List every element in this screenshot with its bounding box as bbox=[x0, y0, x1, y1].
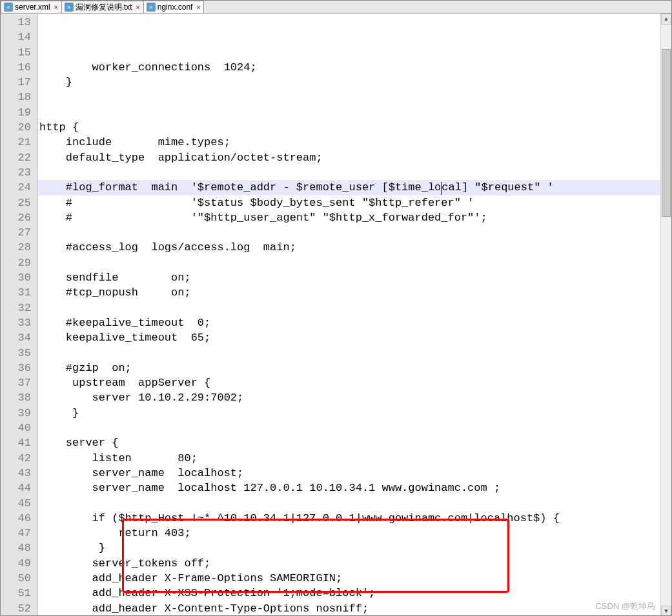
code-line[interactable] bbox=[38, 165, 660, 180]
line-number: 45 bbox=[1, 496, 37, 511]
line-number: 26 bbox=[1, 210, 37, 225]
line-number: 23 bbox=[1, 165, 37, 180]
code-line[interactable] bbox=[38, 105, 660, 120]
line-number: 47 bbox=[1, 526, 37, 541]
code-line[interactable]: include mime.types; bbox=[38, 135, 660, 150]
tab-label: 漏洞修复说明.txt bbox=[76, 2, 132, 13]
code-line[interactable] bbox=[38, 421, 660, 435]
line-number: 15 bbox=[1, 45, 37, 60]
code-line[interactable]: server_name localhost; bbox=[38, 466, 660, 481]
code-line[interactable]: keepalive_timeout 65; bbox=[38, 330, 660, 345]
line-number: 43 bbox=[1, 466, 37, 481]
text-cursor bbox=[441, 182, 442, 195]
code-line[interactable]: } bbox=[38, 75, 660, 90]
code-line[interactable]: add_header X-XSS-Protection '1;mode=bloc… bbox=[38, 586, 660, 601]
line-number: 42 bbox=[1, 451, 37, 466]
file-icon: ≡ bbox=[4, 3, 13, 12]
line-number: 16 bbox=[1, 60, 37, 75]
code-line[interactable]: #access_log logs/access.log main; bbox=[38, 240, 660, 255]
line-number: 21 bbox=[1, 135, 37, 150]
line-number: 22 bbox=[1, 150, 37, 165]
close-icon[interactable]: × bbox=[134, 3, 142, 11]
code-line[interactable]: default_type application/octet-stream; bbox=[38, 150, 660, 165]
line-number: 36 bbox=[1, 361, 37, 375]
code-line[interactable]: # '$status $body_bytes_sent "$http_refer… bbox=[38, 195, 660, 210]
line-number: 40 bbox=[1, 421, 37, 435]
code-line[interactable]: return 403; bbox=[38, 526, 660, 541]
code-line[interactable]: worker_connections 1024; bbox=[38, 60, 660, 75]
line-number: 37 bbox=[1, 375, 37, 390]
line-number: 13 bbox=[1, 15, 37, 30]
close-icon[interactable]: × bbox=[52, 3, 60, 11]
scroll-up-arrow[interactable]: ▲ bbox=[661, 14, 671, 25]
code-line[interactable] bbox=[38, 301, 660, 315]
line-number: 31 bbox=[1, 285, 37, 300]
line-number: 41 bbox=[1, 435, 37, 450]
code-line[interactable]: if ($http_Host !~* ^10.10.34.1|127.0.0.1… bbox=[38, 511, 660, 526]
line-number: 28 bbox=[1, 240, 37, 255]
line-number: 34 bbox=[1, 330, 37, 345]
file-icon: ≡ bbox=[147, 3, 156, 12]
code-line[interactable]: #keepalive_timeout 0; bbox=[38, 315, 660, 330]
line-number: 39 bbox=[1, 406, 37, 421]
line-number: 51 bbox=[1, 586, 37, 601]
line-number: 46 bbox=[1, 511, 37, 526]
scroll-down-arrow[interactable]: ▼ bbox=[661, 606, 671, 616]
line-number: 48 bbox=[1, 541, 37, 555]
line-number: 14 bbox=[1, 30, 37, 45]
code-view[interactable]: worker_connections 1024; } http { includ… bbox=[38, 14, 660, 616]
code-line[interactable]: upstream appServer { bbox=[38, 375, 660, 390]
code-line[interactable]: } bbox=[38, 406, 660, 421]
tab-label: nginx.conf bbox=[158, 3, 193, 12]
code-line[interactable] bbox=[38, 90, 660, 104]
tab-1[interactable]: ≡漏洞修复说明.txt× bbox=[61, 1, 144, 13]
line-number: 19 bbox=[1, 105, 37, 120]
code-line[interactable]: add_header X-Frame-Options SAMEORIGIN; bbox=[38, 571, 660, 586]
code-line[interactable]: } bbox=[38, 541, 660, 555]
code-line[interactable] bbox=[38, 346, 660, 361]
code-line[interactable]: sendfile on; bbox=[38, 270, 660, 285]
vertical-scrollbar[interactable]: ▲ ▼ bbox=[660, 14, 671, 616]
code-line[interactable]: #log_format main '$remote_addr - $remote… bbox=[38, 180, 660, 195]
tab-label: server.xml bbox=[15, 3, 50, 12]
code-line[interactable]: server 10.10.2.29:7002; bbox=[38, 390, 660, 405]
code-line[interactable]: server_tokens off; bbox=[38, 556, 660, 571]
tab-0[interactable]: ≡server.xml× bbox=[1, 1, 62, 13]
code-line[interactable]: add_header X-Content-Type-Options nosnif… bbox=[38, 601, 660, 616]
line-number: 27 bbox=[1, 225, 37, 240]
line-number: 35 bbox=[1, 346, 37, 361]
code-line[interactable]: listen 80; bbox=[38, 451, 660, 466]
code-line[interactable]: #gzip on; bbox=[38, 361, 660, 375]
line-number: 30 bbox=[1, 270, 37, 285]
code-line[interactable] bbox=[38, 255, 660, 270]
code-line[interactable]: #tcp_nopush on; bbox=[38, 285, 660, 300]
line-number: 25 bbox=[1, 195, 37, 210]
file-icon: ≡ bbox=[65, 3, 74, 12]
scroll-thumb[interactable] bbox=[662, 49, 671, 217]
line-number: 18 bbox=[1, 90, 37, 104]
line-number: 17 bbox=[1, 75, 37, 90]
line-number: 49 bbox=[1, 556, 37, 571]
tab-bar: ≡server.xml×≡漏洞修复说明.txt×≡nginx.conf× bbox=[1, 1, 671, 14]
code-line[interactable] bbox=[38, 496, 660, 511]
line-number: 29 bbox=[1, 255, 37, 270]
line-gutter: 1314151617181920212223242526272829303132… bbox=[1, 14, 38, 616]
line-number: 24 bbox=[1, 180, 37, 195]
line-number: 32 bbox=[1, 301, 37, 315]
code-line[interactable]: http { bbox=[38, 120, 660, 135]
line-number: 33 bbox=[1, 315, 37, 330]
code-line[interactable] bbox=[38, 225, 660, 240]
editor-area: 1314151617181920212223242526272829303132… bbox=[1, 14, 671, 616]
close-icon[interactable]: × bbox=[194, 3, 202, 11]
code-line[interactable]: # '"$http_user_agent" "$http_x_forwarded… bbox=[38, 210, 660, 225]
code-line[interactable]: server { bbox=[38, 435, 660, 450]
tab-2[interactable]: ≡nginx.conf× bbox=[143, 1, 205, 13]
line-number: 20 bbox=[1, 120, 37, 135]
line-number: 50 bbox=[1, 571, 37, 586]
line-number: 52 bbox=[1, 601, 37, 616]
line-number: 44 bbox=[1, 481, 37, 495]
code-line[interactable]: server_name localhost 127.0.0.1 10.10.34… bbox=[38, 481, 660, 495]
line-number: 38 bbox=[1, 390, 37, 405]
